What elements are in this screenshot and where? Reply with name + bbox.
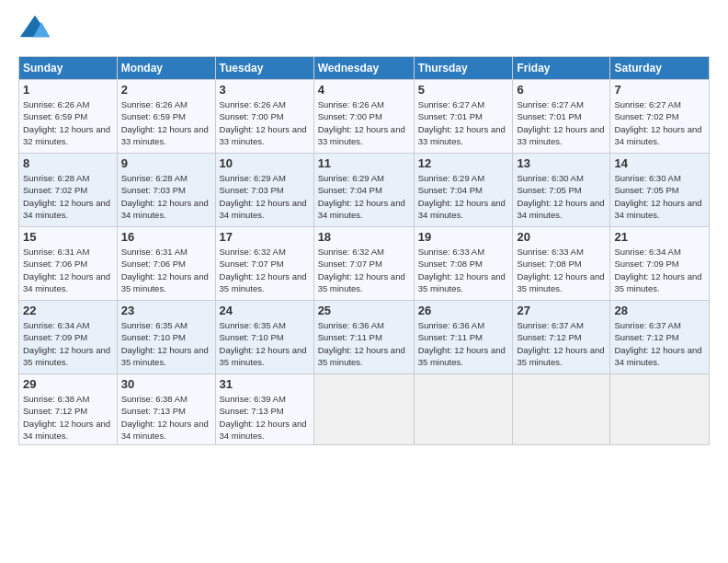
day-number: 2 (121, 83, 211, 97)
calendar-header-wednesday: Wednesday (313, 57, 414, 80)
calendar-body: 1Sunrise: 6:26 AMSunset: 6:59 PMDaylight… (19, 80, 710, 445)
calendar-week-2: 8Sunrise: 6:28 AMSunset: 7:02 PMDaylight… (19, 154, 710, 227)
calendar-cell: 28Sunrise: 6:37 AMSunset: 7:12 PMDayligh… (610, 301, 710, 374)
calendar-cell: 7Sunrise: 6:27 AMSunset: 7:02 PMDaylight… (610, 80, 710, 154)
day-number: 25 (318, 304, 410, 317)
day-info: Sunrise: 6:26 AMSunset: 7:00 PMDaylight:… (220, 98, 310, 147)
calendar-cell: 26Sunrise: 6:36 AMSunset: 7:11 PMDayligh… (414, 301, 513, 374)
day-number: 11 (318, 156, 410, 170)
day-number: 28 (614, 304, 705, 317)
day-number: 6 (517, 83, 606, 97)
calendar-cell: 23Sunrise: 6:35 AMSunset: 7:10 PMDayligh… (117, 301, 215, 374)
calendar-header-saturday: Saturday (610, 57, 710, 80)
day-number: 4 (318, 83, 410, 97)
day-number: 5 (418, 83, 509, 97)
day-info: Sunrise: 6:26 AMSunset: 7:00 PMDaylight:… (318, 98, 410, 147)
day-number: 16 (121, 230, 211, 244)
day-info: Sunrise: 6:33 AMSunset: 7:08 PMDaylight:… (517, 246, 606, 294)
day-info: Sunrise: 6:38 AMSunset: 7:13 PMDaylight:… (121, 393, 211, 442)
day-number: 9 (121, 156, 211, 170)
day-number: 22 (23, 304, 113, 317)
logo (18, 14, 56, 47)
calendar-cell: 10Sunrise: 6:29 AMSunset: 7:03 PMDayligh… (215, 154, 313, 227)
calendar-cell: 25Sunrise: 6:36 AMSunset: 7:11 PMDayligh… (313, 301, 414, 374)
day-number: 17 (220, 230, 310, 244)
day-info: Sunrise: 6:31 AMSunset: 7:06 PMDaylight:… (121, 246, 211, 294)
day-info: Sunrise: 6:26 AMSunset: 6:59 PMDaylight:… (23, 98, 113, 147)
calendar-cell: 29Sunrise: 6:38 AMSunset: 7:12 PMDayligh… (19, 374, 118, 445)
day-number: 1 (23, 83, 113, 97)
day-info: Sunrise: 6:30 AMSunset: 7:05 PMDaylight:… (517, 172, 606, 221)
day-info: Sunrise: 6:35 AMSunset: 7:10 PMDaylight:… (121, 319, 211, 368)
calendar-cell: 3Sunrise: 6:26 AMSunset: 7:00 PMDaylight… (215, 80, 313, 154)
day-info: Sunrise: 6:35 AMSunset: 7:10 PMDaylight:… (220, 319, 310, 368)
calendar-header-row: SundayMondayTuesdayWednesdayThursdayFrid… (19, 57, 710, 80)
calendar-cell: 15Sunrise: 6:31 AMSunset: 7:06 PMDayligh… (19, 227, 118, 301)
day-number: 8 (23, 156, 113, 170)
calendar-week-4: 22Sunrise: 6:34 AMSunset: 7:09 PMDayligh… (19, 301, 710, 374)
day-info: Sunrise: 6:29 AMSunset: 7:04 PMDaylight:… (318, 172, 410, 221)
calendar-cell (610, 374, 710, 445)
calendar-header-friday: Friday (513, 57, 610, 80)
day-number: 18 (318, 230, 410, 244)
day-info: Sunrise: 6:27 AMSunset: 7:02 PMDaylight:… (614, 98, 705, 147)
day-info: Sunrise: 6:37 AMSunset: 7:12 PMDaylight:… (517, 319, 606, 368)
day-number: 19 (418, 230, 509, 244)
calendar-cell: 17Sunrise: 6:32 AMSunset: 7:07 PMDayligh… (215, 227, 313, 301)
day-number: 7 (614, 83, 705, 97)
day-info: Sunrise: 6:32 AMSunset: 7:07 PMDaylight:… (318, 246, 410, 294)
calendar-cell: 27Sunrise: 6:37 AMSunset: 7:12 PMDayligh… (513, 301, 610, 374)
day-number: 12 (418, 156, 509, 170)
day-info: Sunrise: 6:27 AMSunset: 7:01 PMDaylight:… (517, 98, 606, 147)
calendar-header-monday: Monday (117, 57, 215, 80)
day-info: Sunrise: 6:36 AMSunset: 7:11 PMDaylight:… (418, 319, 509, 368)
calendar-cell: 19Sunrise: 6:33 AMSunset: 7:08 PMDayligh… (414, 227, 513, 301)
calendar-cell: 20Sunrise: 6:33 AMSunset: 7:08 PMDayligh… (513, 227, 610, 301)
calendar-cell: 12Sunrise: 6:29 AMSunset: 7:04 PMDayligh… (414, 154, 513, 227)
day-number: 15 (23, 230, 113, 244)
calendar-cell: 8Sunrise: 6:28 AMSunset: 7:02 PMDaylight… (19, 154, 118, 227)
calendar: SundayMondayTuesdayWednesdayThursdayFrid… (18, 56, 710, 445)
calendar-header-thursday: Thursday (414, 57, 513, 80)
calendar-header-sunday: Sunday (19, 57, 118, 80)
day-number: 3 (220, 83, 310, 97)
calendar-cell: 14Sunrise: 6:30 AMSunset: 7:05 PMDayligh… (610, 154, 710, 227)
calendar-cell: 21Sunrise: 6:34 AMSunset: 7:09 PMDayligh… (610, 227, 710, 301)
day-info: Sunrise: 6:39 AMSunset: 7:13 PMDaylight:… (220, 393, 310, 442)
day-number: 20 (517, 230, 606, 244)
calendar-cell: 2Sunrise: 6:26 AMSunset: 6:59 PMDaylight… (117, 80, 215, 154)
calendar-cell: 9Sunrise: 6:28 AMSunset: 7:03 PMDaylight… (117, 154, 215, 227)
day-info: Sunrise: 6:37 AMSunset: 7:12 PMDaylight:… (614, 319, 705, 368)
day-number: 30 (121, 377, 211, 391)
calendar-cell: 6Sunrise: 6:27 AMSunset: 7:01 PMDaylight… (513, 80, 610, 154)
day-number: 26 (418, 304, 509, 317)
day-info: Sunrise: 6:29 AMSunset: 7:04 PMDaylight:… (418, 172, 509, 221)
calendar-cell: 5Sunrise: 6:27 AMSunset: 7:01 PMDaylight… (414, 80, 513, 154)
calendar-week-5: 29Sunrise: 6:38 AMSunset: 7:12 PMDayligh… (19, 374, 710, 445)
day-info: Sunrise: 6:34 AMSunset: 7:09 PMDaylight:… (23, 319, 113, 368)
day-info: Sunrise: 6:32 AMSunset: 7:07 PMDaylight:… (220, 246, 310, 294)
day-number: 14 (614, 156, 705, 170)
calendar-week-3: 15Sunrise: 6:31 AMSunset: 7:06 PMDayligh… (19, 227, 710, 301)
day-number: 29 (23, 377, 113, 391)
calendar-cell: 16Sunrise: 6:31 AMSunset: 7:06 PMDayligh… (117, 227, 215, 301)
calendar-cell: 4Sunrise: 6:26 AMSunset: 7:00 PMDaylight… (313, 80, 414, 154)
calendar-cell: 1Sunrise: 6:26 AMSunset: 6:59 PMDaylight… (19, 80, 118, 154)
calendar-cell (313, 374, 414, 445)
day-info: Sunrise: 6:33 AMSunset: 7:08 PMDaylight:… (418, 246, 509, 294)
calendar-cell (414, 374, 513, 445)
day-number: 13 (517, 156, 606, 170)
calendar-cell: 30Sunrise: 6:38 AMSunset: 7:13 PMDayligh… (117, 374, 215, 445)
day-info: Sunrise: 6:36 AMSunset: 7:11 PMDaylight:… (318, 319, 410, 368)
day-info: Sunrise: 6:29 AMSunset: 7:03 PMDaylight:… (220, 172, 310, 221)
logo-icon (18, 14, 51, 47)
day-number: 23 (121, 304, 211, 317)
calendar-cell: 13Sunrise: 6:30 AMSunset: 7:05 PMDayligh… (513, 154, 610, 227)
day-info: Sunrise: 6:26 AMSunset: 6:59 PMDaylight:… (121, 98, 211, 147)
calendar-cell: 11Sunrise: 6:29 AMSunset: 7:04 PMDayligh… (313, 154, 414, 227)
calendar-cell: 31Sunrise: 6:39 AMSunset: 7:13 PMDayligh… (215, 374, 313, 445)
day-number: 31 (220, 377, 310, 391)
calendar-cell: 18Sunrise: 6:32 AMSunset: 7:07 PMDayligh… (313, 227, 414, 301)
day-info: Sunrise: 6:28 AMSunset: 7:02 PMDaylight:… (23, 172, 113, 221)
day-info: Sunrise: 6:31 AMSunset: 7:06 PMDaylight:… (23, 246, 113, 294)
